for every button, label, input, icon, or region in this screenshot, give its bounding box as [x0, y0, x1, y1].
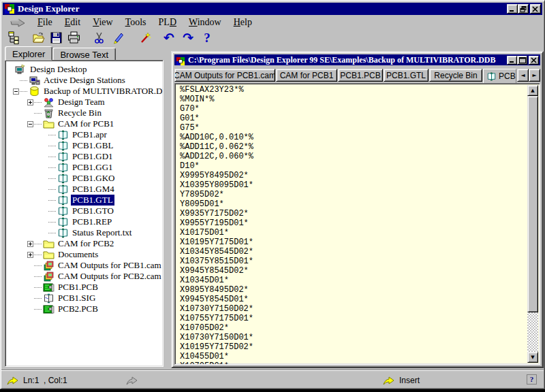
code-line: X10175D01* [180, 228, 526, 238]
tree-item-pcb1-sig[interactable]: PCB1.SIG [5, 293, 163, 304]
close-button[interactable] [530, 4, 541, 14]
tree-item-pcb1-gbl[interactable]: PCB1.GBL [5, 140, 163, 151]
tree-item-design-desktop[interactable]: Design Desktop [5, 64, 163, 75]
code-line: X10195Y7175D02* [180, 342, 526, 352]
sig-icon [43, 293, 54, 304]
menu-help[interactable]: Help [228, 16, 258, 29]
tree-item-status-report-txt[interactable]: Status Report.txt [5, 227, 163, 238]
tree-item-cam-for-pcb1[interactable]: CAM for PCB1 [5, 118, 163, 129]
tab-browse-text[interactable]: Browse Text [52, 48, 116, 61]
doc-tab-label: PCB1.GTL [499, 71, 516, 81]
tree-item-pcb1-gg1[interactable]: PCB1.GG1 [5, 162, 163, 173]
scrollbar-thumb[interactable] [527, 96, 538, 312]
tree-item-cam-for-pcb2[interactable]: CAM for PCB2 [5, 238, 163, 249]
print-button[interactable] [65, 29, 82, 46]
tree-item-pcb1-gko[interactable]: PCB1.GKO [5, 173, 163, 184]
tree-item-label: CAM for PCB2 [57, 238, 115, 249]
open-button[interactable] [30, 29, 46, 46]
menu-edit[interactable]: Edit [59, 16, 87, 29]
code-line: X10730Y7150D01* [180, 333, 526, 342]
doc-tab-label: PCB1.PCB [340, 71, 380, 80]
code-line: %ADD11C,0.062*% [180, 142, 526, 152]
doc-maximize-button[interactable] [517, 56, 527, 65]
cut-button[interactable] [91, 29, 107, 46]
book-icon [57, 206, 69, 216]
redo-button[interactable]: ↷ [180, 29, 196, 46]
menu-file[interactable]: File [31, 16, 59, 29]
help-button[interactable]: ? [199, 29, 215, 46]
tree-item-pcb1-gtl[interactable]: PCB1.GTL [5, 195, 163, 206]
tree-item-label: Status Report.txt [71, 227, 133, 238]
book-icon [57, 228, 69, 238]
doc-tab-cam-for-pcb1[interactable]: CAM for PCB1 [276, 69, 337, 82]
code-line: D10* [180, 161, 526, 171]
doc-tab-pcb1-pcb[interactable]: PCB1.PCB [338, 69, 383, 82]
undo-button[interactable]: ↶ [161, 29, 177, 46]
doc-tab-cam-outputs-for-pcb1-cam[interactable]: CAM Outputs for PCB1.cam [174, 69, 275, 82]
tree-item-recycle-bin[interactable]: Recycle Bin [5, 108, 163, 118]
team-icon [43, 97, 54, 108]
paste-button[interactable] [110, 29, 127, 46]
tree-item-pcb1-rep[interactable]: PCB1.REP [5, 216, 163, 227]
restore-button[interactable] [518, 4, 529, 14]
tree-item-pcb1-pcb[interactable]: PCB1.PCB [5, 282, 163, 293]
tree-item-documents[interactable]: Documents [5, 249, 163, 260]
scroll-up-button[interactable]: ▲ [527, 85, 538, 96]
tree-item-pcb1-apr[interactable]: PCB1.apr [5, 129, 163, 140]
doc-minimize-button[interactable] [507, 56, 517, 65]
tab-explorer[interactable]: Explorer [5, 46, 52, 61]
save-button[interactable] [48, 29, 64, 46]
tree-item-label: PCB1.REP [71, 216, 113, 227]
doc-tab-pcb1-gtl[interactable]: PCB1.GTL [483, 69, 516, 84]
minus-expander-icon[interactable] [27, 121, 33, 127]
tree-item-pcb2-pcb[interactable]: PCB2.PCB [5, 304, 163, 314]
tree-item-cam-outputs-for-pcb2-cam[interactable]: CAM Outputs for PCB2.cam [5, 271, 163, 282]
menu-window[interactable]: Window [183, 16, 228, 29]
explorer-panel-tabs: ExplorerBrowse Text [5, 46, 116, 60]
save-icon [50, 31, 63, 44]
tree-item-pcb1-gm4[interactable]: PCB1.GM4 [5, 184, 163, 195]
book-icon [57, 152, 69, 162]
code-line: X9945Y8545D02* [180, 266, 526, 276]
vertical-scrollbar[interactable]: ▲ ▼ [527, 85, 538, 363]
doc-tab-pcb1-gtl[interactable]: PCB1.GTL [384, 69, 429, 82]
tree-item-active-design-stations[interactable]: Active Design Stations [5, 75, 163, 86]
tab-scroll-left-button[interactable]: ◄ [517, 69, 529, 82]
tree-item-label: PCB1.SIG [57, 293, 97, 304]
plus-expander-icon[interactable] [27, 99, 33, 105]
document-title-bar[interactable]: C:\Program Files\Design Explorer 99 SE\E… [174, 54, 540, 65]
tree-item-cam-outputs-for-pcb1-cam[interactable]: CAM Outputs for PCB1.cam [5, 260, 163, 271]
text-editor[interactable]: %FSLAX23Y23*%%MOIN*%G70*G01*G75*%ADD10C,… [174, 83, 540, 365]
tree-item-label: CAM for PCB1 [57, 118, 115, 129]
code-line: Y7895D02* [180, 190, 526, 199]
title-bar[interactable]: Design Explorer [3, 3, 542, 15]
code-line: %MOIN*% [180, 95, 526, 104]
wizard-button[interactable] [137, 29, 153, 46]
tree-item-pcb1-gd1[interactable]: PCB1.GD1 [5, 151, 163, 162]
book-icon [57, 163, 69, 173]
minimize-button[interactable] [507, 4, 518, 14]
doc-close-button[interactable] [529, 56, 539, 65]
cursor-position-icon [7, 376, 19, 385]
doc-tab-recycle-bin[interactable]: Recycle Bin [429, 69, 482, 82]
code-line: X9895Y8495D02* [180, 285, 526, 295]
tree-item-label: Active Design Stations [42, 75, 127, 86]
insert-mode-icon [383, 376, 395, 385]
menu-view[interactable]: View [87, 16, 119, 29]
tree-item-pcb1-gto[interactable]: PCB1.GTO [5, 206, 163, 216]
design-manager-button[interactable] [5, 29, 22, 46]
menu-pld[interactable]: PLD [153, 16, 183, 29]
gerber-text-content[interactable]: %FSLAX23Y23*%%MOIN*%G70*G01*G75*%ADD10C,… [180, 85, 526, 364]
plus-expander-icon[interactable] [27, 241, 33, 247]
tree-item-design-team[interactable]: Design Team [5, 97, 163, 108]
tab-scroll-right-button[interactable]: ► [529, 69, 540, 82]
menu-tools[interactable]: Tools [119, 16, 153, 29]
tree-item-backup-of-multivibrator-ddb[interactable]: Backup of MULTIVIBRATOR.DDB [5, 86, 163, 97]
menu-marker-icon [10, 18, 27, 27]
status-help-button[interactable]: ? [527, 374, 537, 385]
scroll-down-button[interactable]: ▼ [527, 352, 538, 363]
code-line: X10375Y8515D01* [180, 257, 526, 266]
status-bar: Ln:1 , Col:1 Insert ? [1, 370, 544, 388]
plus-expander-icon[interactable] [27, 252, 33, 258]
minus-expander-icon[interactable] [13, 88, 19, 95]
